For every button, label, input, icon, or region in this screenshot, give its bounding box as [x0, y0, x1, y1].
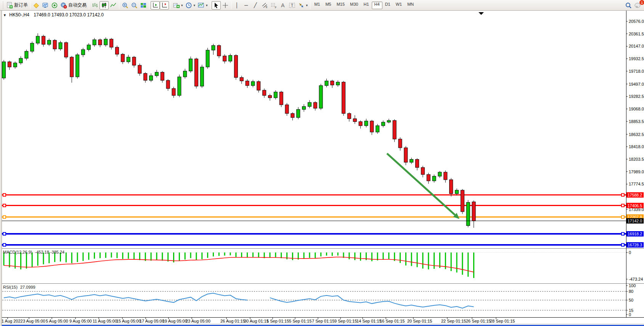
svg-text:16728.3: 16728.3: [628, 243, 642, 247]
search-icon[interactable]: [625, 2, 632, 9]
chart-title: ▼ HK50-,H4 17469.0 17493.0 17023.0 17142…: [3, 12, 104, 18]
rsi-canvas[interactable]: 1008050150: [0, 283, 644, 317]
timeframe-M30[interactable]: M30: [347, 2, 361, 9]
timeframe-MN[interactable]: MN: [405, 2, 416, 9]
dropdown-arrow-icon[interactable]: ▾: [181, 3, 183, 7]
autotrading-label: 自动交易: [68, 2, 87, 8]
vertical-line-icon: │: [236, 3, 239, 8]
fibonacci-icon: F: [270, 2, 277, 9]
svg-text:80: 80: [629, 289, 633, 294]
svg-text:18632.5: 18632.5: [629, 132, 644, 137]
annotation-arrow[interactable]: [387, 153, 459, 219]
periods-button[interactable]: ▾: [184, 1, 197, 10]
rsi-label: RSI(15) 27.0999: [3, 285, 35, 289]
svg-text:-473.24: -473.24: [629, 277, 643, 281]
candlestick-mode-button[interactable]: [100, 1, 109, 10]
time-axis-labels: 1 Aug 20223 Aug 05:005 Aug 05:009 Aug 05…: [2, 318, 515, 323]
svg-text:17406.5: 17406.5: [628, 203, 642, 208]
auto-scroll-icon: [152, 2, 159, 9]
macd-scale: 0-473.24: [626, 250, 643, 281]
svg-text:19 Aug 05:00: 19 Aug 05:00: [162, 319, 187, 323]
tile-windows-button[interactable]: [139, 1, 148, 10]
zoom-in-button[interactable]: [120, 1, 130, 10]
clock-icon: [185, 2, 192, 9]
bar-chart-mode-button[interactable]: [90, 1, 100, 10]
text-icon: A: [281, 3, 284, 8]
text-label-tool-button[interactable]: T: [287, 1, 297, 10]
horizontal-line-tool-button[interactable]: ─: [242, 1, 251, 10]
cursor-tool-button[interactable]: [212, 1, 221, 10]
svg-text:F: F: [275, 6, 276, 9]
chart-shift-button[interactable]: [160, 1, 169, 10]
timeframe-W1[interactable]: W1: [393, 2, 405, 9]
macd-canvas[interactable]: 0-473.24: [0, 248, 644, 283]
chart-shift-marker-icon[interactable]: [479, 12, 484, 15]
autotrading-icon: [60, 2, 67, 9]
profiles-button[interactable]: [32, 1, 41, 10]
svg-text:19497.0: 19497.0: [629, 82, 644, 86]
notifications-button[interactable]: 1: [634, 2, 642, 9]
price-axis: 20576.020361.520147.019932.519718.019497…: [626, 11, 644, 248]
arrows-tool-button[interactable]: ▾: [297, 1, 309, 10]
svg-text:16 Sep 01:15: 16 Sep 01:15: [380, 319, 405, 323]
svg-text:20576.0: 20576.0: [629, 19, 644, 24]
templates-button[interactable]: ▾: [196, 1, 209, 10]
svg-text:9 Aug 05:00: 9 Aug 05:00: [69, 319, 92, 323]
macd-histogram: [4, 252, 474, 278]
bar-chart-icon: [92, 2, 98, 9]
timeframe-D1[interactable]: D1: [382, 2, 393, 9]
auto-scroll-button[interactable]: [151, 1, 160, 10]
candles-layer: [2, 33, 476, 228]
market-watch-button[interactable]: [41, 1, 50, 10]
svg-text:19068.0: 19068.0: [629, 107, 644, 111]
toolbar-separator: [231, 2, 231, 9]
zoom-out-button[interactable]: [130, 1, 139, 10]
svg-text:15: 15: [629, 308, 633, 313]
vertical-line-tool-button[interactable]: │: [233, 1, 242, 10]
window-left-edge: [0, 11, 2, 326]
dropdown-arrow-icon[interactable]: ▾: [306, 3, 308, 7]
horizontal-line-icon: ─: [244, 3, 248, 8]
horizontal-line-objects[interactable]: [0, 193, 626, 246]
rsi-scale: 1008050150: [626, 283, 636, 317]
toolbar-drag-handle[interactable]: [2, 2, 4, 9]
indicators-button[interactable]: ▾: [172, 1, 184, 10]
equidistant-channel-icon: E: [261, 2, 268, 9]
svg-text:19282.5: 19282.5: [629, 94, 644, 99]
timeframe-H4[interactable]: H4: [372, 2, 382, 9]
timeframe-M5[interactable]: M5: [323, 2, 334, 9]
trendline-tool-button[interactable]: ╱: [251, 1, 260, 10]
text-tool-button[interactable]: A: [278, 1, 287, 10]
time-axis[interactable]: 1 Aug 20223 Aug 05:005 Aug 05:009 Aug 05…: [0, 317, 644, 323]
chart-title-caret-icon[interactable]: ▼: [3, 13, 6, 17]
fibonacci-tool-button[interactable]: F: [269, 1, 278, 10]
notification-badge: 1: [639, 0, 644, 5]
svg-text:20 Sep 01:15: 20 Sep 01:15: [407, 319, 432, 323]
svg-text:E: E: [266, 6, 268, 8]
toolbar-separator: [119, 2, 119, 9]
line-chart-mode-button[interactable]: [109, 1, 118, 10]
svg-text:17989.0: 17989.0: [629, 169, 644, 174]
autotrading-button[interactable]: 自动交易: [59, 1, 88, 10]
price-chart-canvas[interactable]: 20576.020361.520147.019932.519718.019497…: [0, 11, 644, 248]
dropdown-arrow-icon[interactable]: ▾: [194, 3, 196, 7]
timeframe-H1[interactable]: H1: [361, 2, 372, 9]
toolbar-separator: [210, 2, 210, 9]
navigator-button[interactable]: [50, 1, 59, 10]
timeframe-M15[interactable]: M15: [334, 2, 347, 9]
dropdown-arrow-icon[interactable]: ▾: [206, 3, 208, 7]
chart-window: 20576.020361.520147.019932.519718.019497…: [0, 11, 644, 326]
rsi-line: [4, 293, 474, 308]
crosshair-tool-button[interactable]: [221, 1, 230, 10]
svg-text:18418.0: 18418.0: [629, 144, 644, 149]
channel-tool-button[interactable]: E: [260, 1, 269, 10]
chart-shift-icon: [161, 2, 168, 9]
svg-text:20147.0: 20147.0: [629, 44, 644, 48]
market-watch-icon: [42, 2, 49, 9]
timeframe-M1[interactable]: M1: [312, 2, 323, 9]
new-order-button[interactable]: 新订单: [5, 1, 29, 10]
rsi-value: 27.0999: [20, 285, 35, 289]
toolbar-separator: [310, 2, 310, 9]
svg-text:18203.5: 18203.5: [629, 157, 644, 161]
text-label-icon: T: [289, 2, 296, 9]
